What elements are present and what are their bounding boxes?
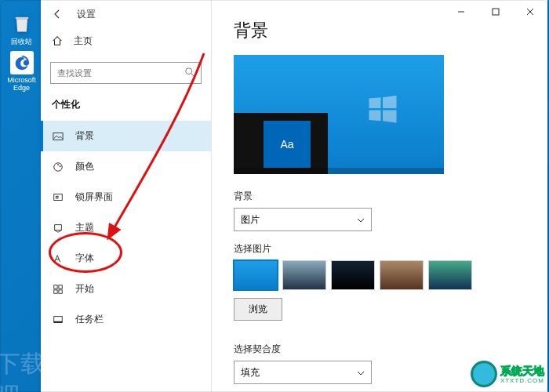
fit-dropdown[interactable]: 填充	[234, 361, 372, 384]
chevron-down-icon	[357, 368, 365, 376]
chevron-down-icon	[357, 216, 365, 223]
recycle-bin-icon	[10, 12, 34, 35]
preview-taskbar	[234, 168, 444, 174]
svg-rect-8	[59, 285, 62, 288]
dropdown-value: 填充	[241, 366, 260, 379]
svg-rect-10	[59, 289, 62, 292]
picture-thumbnails	[234, 260, 525, 290]
edge-icon	[10, 51, 34, 74]
preview-start-tile: Aa	[264, 121, 311, 168]
titlebar: 设置	[41, 0, 211, 28]
sidebar-item-label: 任务栏	[75, 313, 104, 326]
dropdown-value: 图片	[241, 213, 260, 227]
thumbnail[interactable]	[282, 260, 326, 290]
picture-icon	[52, 130, 64, 143]
start-grid-icon	[52, 283, 64, 296]
theme-icon	[52, 222, 64, 234]
sidebar-item-taskbar[interactable]: 任务栏	[41, 304, 211, 335]
back-button[interactable]	[49, 5, 66, 23]
svg-rect-6	[56, 196, 58, 198]
svg-rect-13	[493, 9, 499, 15]
sidebar-item-label: 字体	[75, 252, 94, 265]
svg-rect-7	[54, 285, 57, 288]
taskbar-icon	[52, 314, 64, 326]
sidebar-item-start[interactable]: 开始	[41, 274, 211, 304]
close-button[interactable]	[513, 0, 547, 24]
home-label: 主页	[74, 34, 93, 48]
background-label: 背景	[234, 190, 525, 203]
sidebar-item-label: 背景	[75, 129, 94, 143]
settings-main-panel: 背景 Aa 背景 图片 选择图片	[212, 0, 547, 392]
desktop-icon-recycle-bin[interactable]: 回收站	[4, 12, 39, 47]
annotation-arrow	[94, 47, 212, 251]
svg-rect-9	[54, 289, 57, 292]
windows-logo-icon	[367, 93, 398, 124]
maximize-button[interactable]	[478, 0, 513, 24]
palette-icon	[52, 161, 64, 173]
choose-picture-label: 选择图片	[234, 242, 525, 256]
desktop-icon-label: 回收站	[4, 37, 39, 47]
thumbnail[interactable]	[428, 260, 472, 290]
browse-button[interactable]: 浏览	[234, 298, 282, 321]
window-controls	[444, 0, 547, 24]
svg-rect-12	[54, 321, 63, 322]
desktop-icon-edge[interactable]: Microsoft Edge	[4, 51, 39, 92]
thumbnail[interactable]	[331, 260, 375, 290]
sidebar-item-label: 开始	[75, 282, 94, 296]
home-icon	[52, 35, 64, 48]
sidebar-item-label: 主题	[75, 221, 94, 234]
font-icon	[52, 252, 64, 265]
minimize-button[interactable]	[444, 0, 478, 24]
thumbnail[interactable]	[380, 260, 424, 290]
svg-point-3	[57, 164, 59, 165]
app-title: 设置	[77, 8, 96, 21]
wallpaper-preview: Aa	[234, 55, 444, 174]
svg-rect-1	[53, 132, 63, 140]
lock-icon	[52, 191, 64, 204]
fit-label: 选择契合度	[234, 343, 525, 356]
desktop-icon-label: Microsoft Edge	[4, 76, 39, 92]
svg-point-4	[60, 165, 61, 167]
sidebar-item-label: 颜色	[75, 160, 94, 173]
thumbnail[interactable]	[234, 260, 278, 290]
background-type-dropdown[interactable]: 图片	[234, 208, 372, 231]
